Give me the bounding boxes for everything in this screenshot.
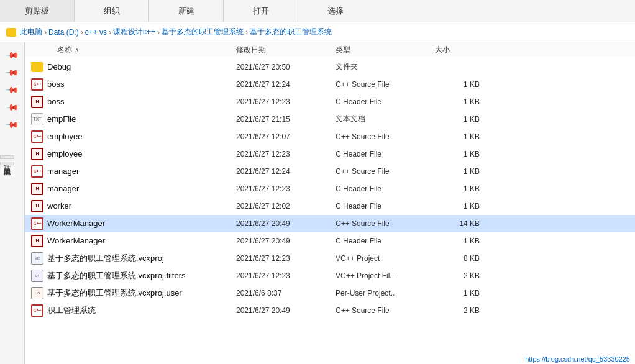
file-name-text: employee	[47, 149, 82, 158]
h-icon: H	[31, 148, 43, 160]
file-name: H WorkerManager	[25, 235, 236, 247]
file-date: 2021/6/27 12:24	[236, 80, 336, 89]
breadcrumb-current[interactable]: 基于多态的职工管理系统	[250, 27, 332, 37]
table-row[interactable]: H manager 2021/6/27 12:23 C Header File …	[25, 180, 635, 198]
file-name: H boss	[25, 96, 236, 108]
file-type: C Header File	[336, 98, 435, 106]
file-date: 2021/6/27 20:49	[236, 219, 336, 228]
table-row[interactable]: C++ employee 2021/6/27 12:07 C++ Source …	[25, 128, 635, 145]
toolbar-clipboard[interactable]: 剪贴板	[0, 0, 75, 22]
table-row[interactable]: C++ boss 2021/6/27 12:24 C++ Source File…	[25, 76, 635, 93]
pin-icon-3[interactable]: 📌	[3, 81, 21, 98]
file-date: 2021/6/27 12:23	[236, 150, 336, 158]
h-icon: H	[31, 200, 43, 212]
col-header-date[interactable]: 修改日期	[236, 45, 336, 55]
table-row[interactable]: TXT empFile 2021/6/27 21:15 文本文档 1 KB	[25, 111, 635, 128]
table-row[interactable]: US 基于多态的职工管理系统.vcxproj.user 2021/6/6 8:3…	[25, 284, 635, 302]
file-size: 1 KB	[435, 150, 485, 158]
file-size: 1 KB	[435, 167, 485, 176]
file-size: 2 KB	[435, 306, 485, 315]
file-name: H manager	[25, 183, 236, 195]
file-name-text: 基于多态的职工管理系统.vcxproj	[47, 253, 164, 264]
file-name: H employee	[25, 148, 236, 160]
table-row[interactable]: H worker 2021/6/27 12:02 C Header File 1…	[25, 198, 635, 215]
file-name: C++ WorkerManager	[25, 217, 236, 230]
breadcrumb-cpp-vs[interactable]: c++ vs	[85, 28, 107, 37]
toolbar-select[interactable]: 选择	[298, 0, 373, 22]
pin-icon-4[interactable]: 📌	[3, 98, 21, 116]
file-size: 1 KB	[435, 184, 485, 193]
sort-arrow: ∧	[75, 47, 79, 53]
pin-icon-5[interactable]: 📌	[3, 116, 21, 133]
file-size: 1 KB	[435, 289, 485, 298]
file-type: C Header File	[336, 150, 435, 158]
file-name: Debug	[25, 62, 236, 72]
file-name: US 基于多态的职工管理系统.vcxproj.user	[25, 287, 236, 299]
file-type: VC++ Project Fil..	[336, 271, 435, 280]
file-date: 2021/6/27 12:23	[236, 184, 336, 193]
table-row[interactable]: VF 基于多态的职工管理系统.vcxproj.filters 2021/6/27…	[25, 267, 635, 284]
toolbar-new[interactable]: 新建	[149, 0, 224, 22]
table-row[interactable]: C++ 职工管理系统 2021/6/27 20:49 C++ Source Fi…	[25, 302, 635, 319]
table-row[interactable]: VC 基于多态的职工管理系统.vcxproj 2021/6/27 12:23 V…	[25, 250, 635, 267]
toolbar-organize[interactable]: 组织	[75, 0, 149, 22]
file-size: 1 KB	[435, 98, 485, 106]
file-name-text: manager	[47, 184, 79, 193]
file-date: 2021/6/27 20:49	[236, 237, 336, 245]
file-date: 2021/6/27 12:24	[236, 167, 336, 176]
cpp-icon: C++	[31, 78, 43, 91]
sidebar: 📌 📌 📌 📌 📌	[0, 42, 25, 364]
h-icon: H	[31, 183, 43, 195]
file-date: 2021/6/27 12:23	[236, 254, 336, 263]
file-size: 1 KB	[435, 80, 485, 89]
file-date: 2021/6/27 12:02	[236, 202, 336, 211]
toolbar: 剪贴板 组织 新建 打开 选择	[0, 0, 635, 22]
file-name-text: employee	[47, 132, 82, 141]
file-type: Per-User Project..	[336, 289, 435, 298]
file-name-text: worker	[47, 201, 71, 211]
toolbar-open[interactable]: 打开	[224, 0, 298, 22]
pin-icon-1[interactable]: 📌	[3, 46, 21, 63]
file-name-text: boss	[47, 80, 64, 89]
breadcrumb-course[interactable]: 课程设计c++	[113, 27, 155, 37]
edge-label-1[interactable]: 件	[0, 155, 14, 159]
file-size: 2 KB	[435, 271, 485, 280]
table-row[interactable]: C++ manager 2021/6/27 12:24 C++ Source F…	[25, 163, 635, 180]
edge-labels: 件 的职工管理	[0, 155, 14, 165]
h-icon: H	[31, 96, 43, 108]
file-size: 1 KB	[435, 115, 485, 124]
table-row[interactable]: H employee 2021/6/27 12:23 C Header File…	[25, 145, 635, 163]
col-header-size[interactable]: 大小	[435, 45, 485, 55]
file-name: C++ manager	[25, 165, 236, 178]
file-type: C++ Source File	[336, 132, 435, 141]
breadcrumb-drive[interactable]: Data (D:)	[48, 28, 79, 37]
file-name-text: 基于多态的职工管理系统.vcxproj.user	[47, 288, 182, 299]
table-row[interactable]: C++ WorkerManager 2021/6/27 20:49 C++ So…	[25, 215, 635, 232]
txt-icon: TXT	[31, 113, 43, 125]
file-date: 2021/6/27 12:23	[236, 271, 336, 280]
file-name-text: WorkerManager	[47, 236, 105, 245]
file-type: 文本文档	[336, 114, 435, 124]
table-row[interactable]: H WorkerManager 2021/6/27 20:49 C Header…	[25, 232, 635, 250]
table-row[interactable]: Debug 2021/6/27 20:50 文件夹	[25, 58, 635, 76]
breadcrumb: 此电脑 › Data (D:) › c++ vs › 课程设计c++ › 基于多…	[0, 22, 635, 42]
file-name-text: WorkerManager	[47, 219, 105, 228]
file-name-text: manager	[47, 166, 79, 176]
cpp-icon: C++	[31, 165, 43, 178]
col-header-type[interactable]: 类型	[336, 45, 435, 55]
pin-icon-2[interactable]: 📌	[3, 63, 21, 81]
col-header-name[interactable]: 名称 ∧	[25, 45, 236, 55]
file-type: C++ Source File	[336, 219, 435, 228]
file-date: 2021/6/27 20:49	[236, 306, 336, 315]
file-date: 2021/6/27 12:07	[236, 132, 336, 141]
file-list-container[interactable]: 名称 ∧ 修改日期 类型 大小 Debug 2021/6/27 20:50 文件…	[25, 42, 635, 364]
edge-label-2[interactable]: 的职工管理	[0, 162, 14, 165]
file-name: C++ employee	[25, 130, 236, 143]
file-size: 8 KB	[435, 254, 485, 263]
file-type: C Header File	[336, 184, 435, 193]
table-row[interactable]: H boss 2021/6/27 12:23 C Header File 1 K…	[25, 93, 635, 111]
breadcrumb-project[interactable]: 基于多态的职工管理系统	[162, 27, 244, 37]
breadcrumb-computer[interactable]: 此电脑	[20, 27, 42, 37]
file-type: C++ Source File	[336, 167, 435, 176]
file-date: 2021/6/27 21:15	[236, 115, 336, 124]
